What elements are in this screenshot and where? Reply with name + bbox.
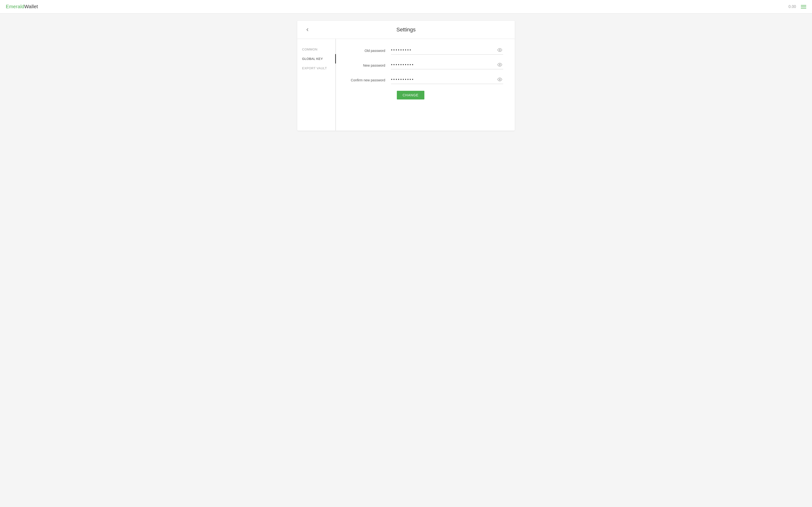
sidebar-item-common[interactable]: COMMON: [297, 45, 336, 54]
settings-card: Settings COMMON GLOBAL KEY EXPORT VAULT …: [297, 21, 515, 131]
balance-display: 0.00: [789, 5, 796, 9]
logo-emerald: Emerald: [6, 4, 24, 9]
topbar: Emerald Wallet 0.00: [0, 0, 812, 13]
confirm-password-group: Confirm new password: [348, 76, 503, 84]
settings-title: Settings: [396, 26, 416, 33]
old-password-input[interactable]: [391, 47, 496, 53]
new-password-input[interactable]: [391, 62, 496, 68]
settings-body: COMMON GLOBAL KEY EXPORT VAULT Old passw…: [297, 39, 515, 131]
old-password-label: Old password: [348, 49, 391, 53]
menu-line-3: [801, 8, 806, 8]
logo-wallet: Wallet: [24, 4, 38, 9]
menu-line-1: [801, 5, 806, 6]
new-password-eye-icon[interactable]: [496, 61, 503, 68]
sidebar-item-export-vault[interactable]: EXPORT VAULT: [297, 63, 336, 73]
confirm-password-eye-icon[interactable]: [496, 76, 503, 83]
svg-point-1: [499, 64, 501, 65]
menu-button[interactable]: [801, 5, 806, 8]
settings-content: Old password New password: [336, 39, 515, 131]
settings-sidebar: COMMON GLOBAL KEY EXPORT VAULT: [297, 39, 336, 131]
change-button-container: CHANGE: [348, 91, 503, 100]
topbar-right: 0.00: [789, 5, 806, 9]
new-password-label: New password: [348, 63, 391, 67]
main-content: Settings COMMON GLOBAL KEY EXPORT VAULT …: [0, 13, 812, 138]
old-password-group: Old password: [348, 47, 503, 55]
settings-header: Settings: [297, 21, 515, 39]
svg-point-2: [499, 79, 501, 80]
old-password-input-wrapper: [391, 47, 503, 55]
new-password-input-wrapper: [391, 61, 503, 69]
svg-point-0: [499, 50, 501, 51]
back-button[interactable]: [305, 27, 310, 32]
confirm-password-input[interactable]: [391, 76, 496, 82]
sidebar-item-global-key[interactable]: GLOBAL KEY: [297, 54, 336, 63]
confirm-password-input-wrapper: [391, 76, 503, 84]
app-logo: Emerald Wallet: [6, 4, 38, 9]
confirm-password-label: Confirm new password: [348, 78, 391, 82]
menu-line-2: [801, 6, 806, 7]
old-password-eye-icon[interactable]: [496, 47, 503, 53]
new-password-group: New password: [348, 61, 503, 69]
change-button[interactable]: CHANGE: [397, 91, 424, 100]
